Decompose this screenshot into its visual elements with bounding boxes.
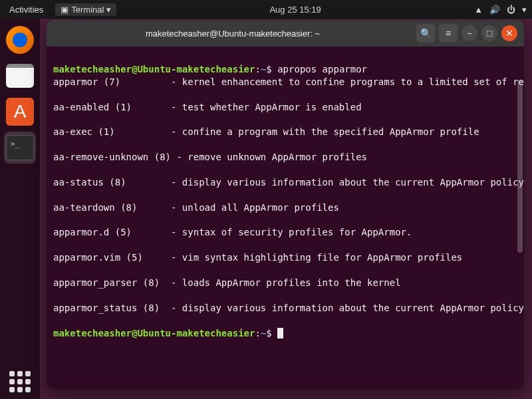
hamburger-menu-button[interactable]: ≡ (439, 24, 458, 43)
terminal-icon (6, 135, 34, 160)
prompt-colon: : (255, 64, 260, 74)
output-line: aa-remove-unknown (8) - remove unknown A… (53, 151, 517, 164)
hamburger-icon: ≡ (446, 28, 451, 39)
prompt-user-host: maketecheasher@Ubuntu-maketecheasier (53, 64, 255, 74)
topbar-left: Activities ▣ Terminal ▾ (5, 3, 116, 16)
terminal-window: maketecheasher@Ubuntu-maketecheasier: ~ … (47, 20, 524, 389)
output-line: apparmor.vim (5) - vim syntax highlighti… (53, 251, 517, 264)
dock: A (0, 19, 40, 399)
scrollbar[interactable] (517, 80, 523, 253)
output-line: aa-teardown (8) - unload all AppArmor pr… (53, 201, 517, 214)
activities-button[interactable]: Activities (5, 3, 47, 16)
dock-terminal[interactable] (4, 132, 36, 164)
prompt-user-host: maketecheasher@Ubuntu-maketecheasier (53, 328, 255, 338)
close-button[interactable]: ✕ (501, 25, 517, 41)
search-button[interactable]: 🔍 (416, 24, 435, 43)
apps-grid-icon (9, 371, 31, 392)
prompt-symbol: $ (266, 64, 271, 74)
close-icon: ✕ (505, 28, 513, 39)
prompt-symbol: $ (266, 328, 271, 338)
network-icon: ▲ (474, 5, 483, 15)
gnome-topbar: Activities ▣ Terminal ▾ Aug 25 15:19 ▲ 🔊… (0, 0, 532, 19)
command-text: apropos apparmor (277, 64, 367, 74)
firefox-icon (6, 26, 34, 54)
titlebar[interactable]: maketecheasher@Ubuntu-maketecheasier: ~ … (47, 20, 524, 47)
power-icon: ⏻ (507, 5, 515, 15)
topbar-status-area[interactable]: ▲ 🔊 ⏻ ▾ (474, 5, 527, 15)
files-icon (6, 64, 34, 88)
terminal-body[interactable]: maketecheasher@Ubuntu-maketecheasier:~$ … (47, 47, 524, 389)
output-line: apparmor (7) - kernel enhancement to con… (53, 76, 517, 88)
window-title: maketecheasher@Ubuntu-maketecheasier: ~ (53, 29, 412, 39)
output-line: apparmor_status (8) - display various in… (53, 302, 517, 315)
topbar-datetime[interactable]: Aug 25 15:19 (116, 5, 474, 15)
dock-files[interactable] (4, 60, 36, 92)
dock-software[interactable]: A (4, 96, 36, 128)
output-line: aa-enabled (1) - test whether AppArmor i… (53, 101, 517, 114)
app-menu-label: Terminal ▾ (71, 5, 111, 15)
maximize-button[interactable]: □ (481, 25, 497, 41)
terminal-icon: ▣ (61, 5, 68, 15)
prompt-colon: : (255, 328, 260, 338)
dock-firefox[interactable] (4, 24, 36, 56)
output-line: aa-exec (1) - confine a program with the… (53, 126, 517, 138)
show-applications-button[interactable] (0, 371, 40, 392)
app-menu[interactable]: ▣ Terminal ▾ (55, 3, 116, 16)
output-line: aa-status (8) - display various informat… (53, 176, 517, 189)
cursor (277, 328, 283, 338)
output-line: apparmor.d (5) - syntax of security prof… (53, 226, 517, 239)
volume-icon: 🔊 (489, 5, 500, 15)
minimize-button[interactable]: − (462, 25, 477, 41)
chevron-down-icon: ▾ (522, 5, 527, 15)
search-icon: 🔍 (420, 28, 432, 39)
maximize-icon: □ (487, 28, 492, 39)
software-icon: A (6, 98, 34, 126)
output-line: apparmor_parser (8) - loads AppArmor pro… (53, 277, 517, 289)
minimize-icon: − (467, 28, 472, 39)
